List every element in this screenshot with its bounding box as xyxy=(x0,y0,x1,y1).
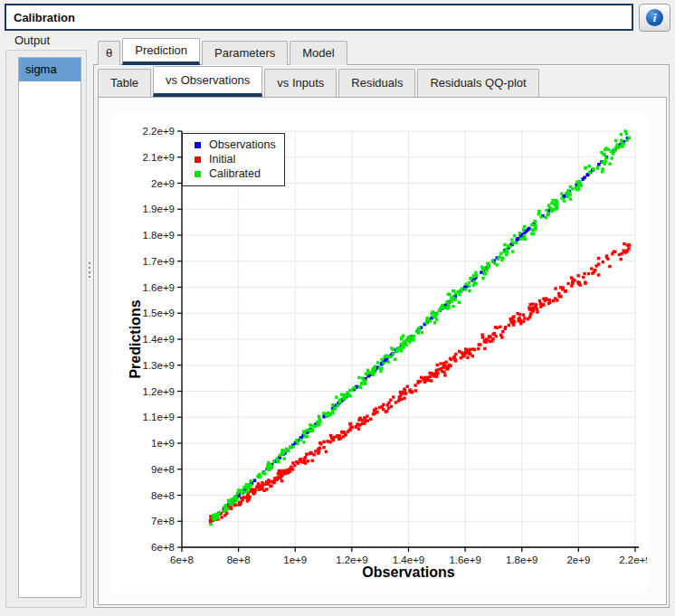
prediction-sub-tab-bar: Table vs Observations vs Inputs Residual… xyxy=(98,68,539,97)
info-button[interactable]: i xyxy=(639,4,670,32)
legend-marker-observations xyxy=(195,142,201,148)
calibration-name-field[interactable] xyxy=(5,4,633,31)
subtab-residuals[interactable]: Residuals xyxy=(338,69,415,97)
output-list[interactable]: sigma xyxy=(18,57,81,598)
svg-text:1.8e+9: 1.8e+9 xyxy=(143,230,176,241)
svg-text:2e+9: 2e+9 xyxy=(151,178,175,189)
legend-label-initial: Initial xyxy=(209,153,235,166)
splitter-handle[interactable] xyxy=(87,256,92,283)
svg-text:1.6e+9: 1.6e+9 xyxy=(143,282,176,293)
subtab-residuals-qq-plot[interactable]: Residuals QQ-plot xyxy=(417,69,538,97)
svg-text:7e+8: 7e+8 xyxy=(151,516,175,526)
svg-text:1.4e+9: 1.4e+9 xyxy=(143,334,176,345)
svg-text:1.3e+9: 1.3e+9 xyxy=(143,360,176,371)
legend-item-calibrated: Calibrated xyxy=(188,166,279,181)
svg-text:6e+8: 6e+8 xyxy=(151,542,175,553)
legend-item-observations: Observations xyxy=(188,137,279,152)
subtab-vs-observations[interactable]: vs Observations xyxy=(153,66,262,97)
svg-text:1e+9: 1e+9 xyxy=(151,438,175,449)
svg-text:1.2e+9: 1.2e+9 xyxy=(143,386,176,397)
legend-marker-initial xyxy=(195,156,201,163)
svg-text:1.7e+9: 1.7e+9 xyxy=(143,256,176,267)
svg-text:8e+8: 8e+8 xyxy=(151,490,175,501)
svg-text:1.1e+9: 1.1e+9 xyxy=(143,412,176,422)
x-axis-label: Observations xyxy=(182,564,635,581)
svg-text:1.9e+9: 1.9e+9 xyxy=(143,204,176,214)
tab-model[interactable]: Model xyxy=(290,41,347,65)
legend-marker-calibrated xyxy=(195,171,201,177)
vs-observations-pane: 6e+88e+81e+91.2e+91.4e+91.6e+91.8e+92e+9… xyxy=(98,97,667,605)
subtab-table[interactable]: Table xyxy=(98,69,151,97)
tab-prediction[interactable]: Prediction xyxy=(122,38,200,65)
y-axis-label: Predictions xyxy=(128,299,144,378)
legend-item-initial: Initial xyxy=(188,152,279,166)
info-icon: i xyxy=(646,9,663,26)
output-list-item-sigma[interactable]: sigma xyxy=(19,58,81,81)
svg-text:2.1e+9: 2.1e+9 xyxy=(143,152,176,163)
prediction-tab-pane: Table vs Observations vs Inputs Residual… xyxy=(93,64,670,608)
tab-theta[interactable]: θ xyxy=(98,41,120,65)
plot-legend: Observations Initial Calibrated xyxy=(182,133,285,186)
output-group-box: sigma xyxy=(5,50,87,608)
legend-label-calibrated: Calibrated xyxy=(209,167,261,180)
main-tab-bar: θ Prediction Parameters Model xyxy=(98,40,347,65)
svg-text:2.2e+9: 2.2e+9 xyxy=(143,126,176,137)
svg-text:9e+8: 9e+8 xyxy=(151,464,175,475)
svg-text:1.5e+9: 1.5e+9 xyxy=(143,308,176,318)
tab-parameters[interactable]: Parameters xyxy=(202,41,288,65)
subtab-vs-inputs[interactable]: vs Inputs xyxy=(264,69,337,97)
output-section-label: Output xyxy=(14,33,50,47)
scatter-plot-canvas[interactable]: 6e+88e+81e+91.2e+91.4e+91.6e+91.8e+92e+9… xyxy=(112,113,647,592)
legend-label-observations: Observations xyxy=(209,138,276,151)
